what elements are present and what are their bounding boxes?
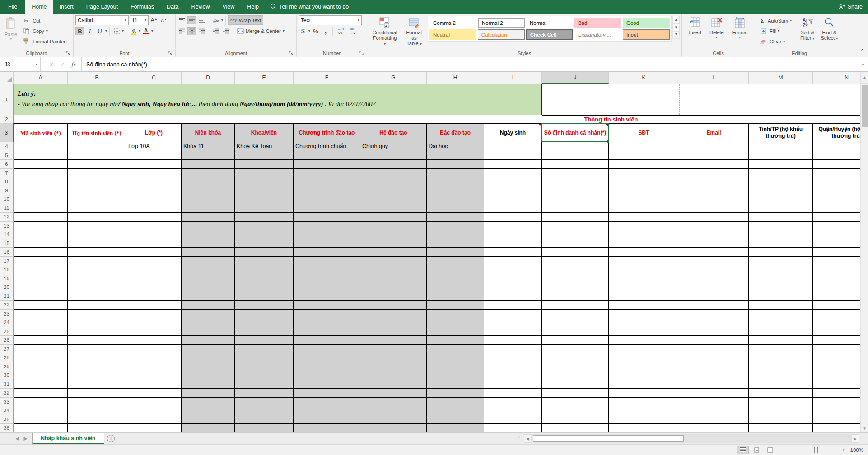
- cell-H14[interactable]: [427, 230, 484, 239]
- vertical-scrollbar[interactable]: ▲ ▼: [860, 72, 868, 432]
- cell-C33[interactable]: [126, 398, 182, 407]
- cell-D35[interactable]: [182, 415, 235, 424]
- cell-D23[interactable]: [182, 310, 235, 319]
- cell-K12[interactable]: [609, 213, 679, 222]
- cell-K14[interactable]: [609, 230, 679, 239]
- cell-B13[interactable]: [68, 222, 126, 231]
- cell-D16[interactable]: [182, 248, 235, 257]
- cell-F18[interactable]: [294, 265, 360, 274]
- cell-K31[interactable]: [609, 380, 679, 389]
- column-header-H[interactable]: H: [427, 72, 484, 84]
- cell-H31[interactable]: [427, 380, 484, 389]
- cell-I18[interactable]: [484, 265, 542, 274]
- row-header-31[interactable]: 31: [0, 380, 14, 389]
- cell-C34[interactable]: [126, 406, 182, 415]
- row-header-30[interactable]: 30: [0, 371, 14, 380]
- cell-L20[interactable]: [679, 283, 749, 292]
- cell-L19[interactable]: [679, 274, 749, 283]
- cell-B34[interactable]: [68, 406, 126, 415]
- cell-E19[interactable]: [235, 274, 294, 283]
- cell-L14[interactable]: [679, 230, 749, 239]
- cell-G26[interactable]: [360, 336, 427, 345]
- cell-N19[interactable]: [813, 274, 860, 283]
- clipboard-dialog-launcher[interactable]: [66, 51, 70, 56]
- style-check-cell[interactable]: Check Cell: [526, 29, 573, 40]
- style-bad[interactable]: Bad: [574, 18, 621, 28]
- font-dialog-launcher[interactable]: [168, 51, 173, 56]
- cell-A21[interactable]: [14, 292, 68, 301]
- cell-I13[interactable]: [484, 222, 542, 231]
- cell-I19[interactable]: [484, 274, 542, 283]
- cell-E6[interactable]: [235, 160, 294, 169]
- cell-H36[interactable]: [427, 424, 484, 432]
- cell-G7[interactable]: [360, 169, 427, 178]
- cell-D18[interactable]: [182, 265, 235, 274]
- align-middle-icon[interactable]: [187, 16, 196, 24]
- cell-K27[interactable]: [609, 345, 679, 354]
- cell-F24[interactable]: [294, 318, 360, 327]
- cell-A25[interactable]: [14, 327, 68, 336]
- cell-M34[interactable]: [749, 406, 813, 415]
- cell-B15[interactable]: [68, 239, 126, 248]
- cell-L32[interactable]: [679, 389, 749, 398]
- cell-I8[interactable]: [484, 177, 542, 186]
- cell-I6[interactable]: [484, 160, 542, 169]
- cell-A17[interactable]: [14, 257, 68, 266]
- cell-J27[interactable]: [542, 345, 609, 354]
- cell-H7[interactable]: [427, 169, 484, 178]
- cell-E34[interactable]: [235, 406, 294, 415]
- cell-H27[interactable]: [427, 345, 484, 354]
- cell-N6[interactable]: [813, 160, 860, 169]
- row-header-8[interactable]: 8: [0, 177, 14, 186]
- cell-C10[interactable]: [126, 195, 182, 204]
- cell-H25[interactable]: [427, 327, 484, 336]
- cell-M35[interactable]: [749, 415, 813, 424]
- cell-H11[interactable]: [427, 204, 484, 213]
- format-as-table-button[interactable]: Format asTable ▾: [401, 15, 428, 49]
- cell-G14[interactable]: [360, 230, 427, 239]
- cell-L9[interactable]: [679, 186, 749, 195]
- cell-K35[interactable]: [609, 415, 679, 424]
- cell-G35[interactable]: [360, 415, 427, 424]
- cell-K26[interactable]: [609, 336, 679, 345]
- cell-D4[interactable]: Khóa 11: [182, 142, 235, 151]
- cell-J35[interactable]: [542, 415, 609, 424]
- cell-B36[interactable]: [68, 424, 126, 432]
- cell-D22[interactable]: [182, 301, 235, 310]
- cell-A24[interactable]: [14, 318, 68, 327]
- cell-E14[interactable]: [235, 230, 294, 239]
- cell-H12[interactable]: [427, 213, 484, 222]
- cell-M7[interactable]: [749, 169, 813, 178]
- cell-L31[interactable]: [679, 380, 749, 389]
- cell-K29[interactable]: [609, 362, 679, 371]
- cell-K25[interactable]: [609, 327, 679, 336]
- cell-N29[interactable]: [813, 362, 860, 371]
- cell-M14[interactable]: [749, 230, 813, 239]
- scroll-up-icon[interactable]: ▲: [861, 72, 868, 84]
- cell-F30[interactable]: [294, 371, 360, 380]
- sheet-nav-left-icon[interactable]: ◀: [15, 436, 19, 441]
- row-header-14[interactable]: 14: [0, 230, 14, 239]
- align-right-icon[interactable]: [197, 27, 206, 35]
- cell-J26[interactable]: [542, 336, 609, 345]
- cell-B29[interactable]: [68, 362, 126, 371]
- copy-button[interactable]: Copy▾: [20, 26, 67, 36]
- font-family-select[interactable]: Calibri▾: [75, 15, 129, 25]
- cell-A19[interactable]: [14, 274, 68, 283]
- cell-B12[interactable]: [68, 213, 126, 222]
- zoom-level[interactable]: 100%: [847, 445, 866, 455]
- zoom-in-icon[interactable]: +: [840, 445, 847, 455]
- cell-E32[interactable]: [235, 389, 294, 398]
- cell-M21[interactable]: [749, 292, 813, 301]
- style-good[interactable]: Good: [623, 18, 670, 28]
- cell-L4[interactable]: [679, 142, 749, 151]
- row-header-32[interactable]: 32: [0, 389, 14, 398]
- cell-N22[interactable]: [813, 301, 860, 310]
- cell-B10[interactable]: [68, 195, 126, 204]
- cell-J16[interactable]: [542, 248, 609, 257]
- cell-C13[interactable]: [126, 222, 182, 231]
- gallery-more-icon[interactable]: ▼: [672, 31, 680, 39]
- cell-G5[interactable]: [360, 151, 427, 160]
- cell-L18[interactable]: [679, 265, 749, 274]
- row-header-12[interactable]: 12: [0, 213, 14, 222]
